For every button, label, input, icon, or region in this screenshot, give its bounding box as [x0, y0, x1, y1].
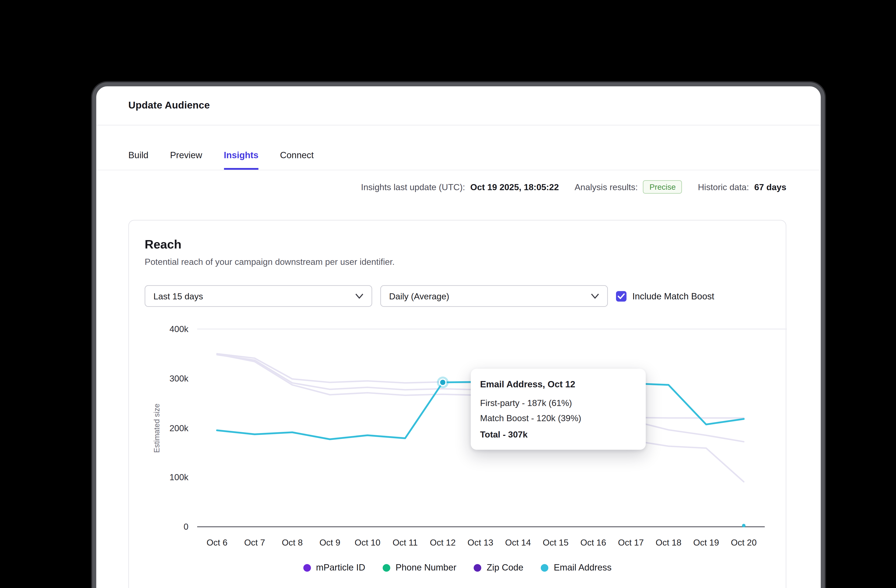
- window-header: Update Audience: [96, 86, 821, 125]
- last-update-label: Insights last update (UTC):: [361, 182, 465, 192]
- historic-data-label: Historic data:: [698, 182, 749, 192]
- y-tick-label: 0: [129, 520, 189, 533]
- tooltip-match-boost: Match Boost - 120k (39%): [480, 413, 635, 423]
- x-tick-label: Oct 20: [721, 537, 767, 548]
- last-update-value: Oct 19 2025, 18:05:22: [471, 182, 559, 192]
- legend-dot: [303, 564, 311, 571]
- include-match-boost-checkbox[interactable]: Include Match Boost: [616, 285, 714, 307]
- tooltip-total: Total - 307k: [480, 430, 635, 439]
- analysis-results-label: Analysis results:: [575, 182, 638, 192]
- tab-preview[interactable]: Preview: [170, 150, 202, 170]
- chevron-down-icon: [591, 294, 599, 299]
- y-tick-label: 200k: [129, 421, 189, 434]
- tab-build[interactable]: Build: [128, 150, 148, 170]
- page-title: Update Audience: [128, 100, 210, 111]
- y-tick-label: 100k: [129, 471, 189, 484]
- app-window: Update Audience Build Preview Insights C…: [92, 82, 825, 588]
- legend-label: Zip Code: [487, 562, 523, 573]
- legend-dot: [541, 564, 549, 571]
- insights-meta-row: Insights last update (UTC): Oct 19 2025,…: [96, 170, 821, 193]
- last-update-group: Insights last update (UTC): Oct 19 2025,…: [361, 182, 559, 192]
- legend-item-zip-code[interactable]: Zip Code: [474, 562, 523, 573]
- y-tick-label: 400k: [129, 323, 189, 335]
- tab-connect[interactable]: Connect: [280, 150, 314, 170]
- chart-tooltip: Email Address, Oct 12 First-party - 187k…: [471, 369, 646, 450]
- legend-item-phone-number[interactable]: Phone Number: [382, 562, 456, 573]
- screen: Update Audience Build Preview Insights C…: [0, 0, 896, 588]
- legend-label: mParticle ID: [316, 562, 365, 573]
- legend-dot: [382, 564, 390, 571]
- date-range-select[interactable]: Last 15 days: [145, 285, 372, 307]
- historic-data-value: 67 days: [754, 182, 786, 192]
- y-tick-label: 300k: [129, 372, 189, 385]
- extra-point: [742, 524, 745, 527]
- tooltip-title: Email Address, Oct 12: [480, 379, 635, 390]
- reach-subtitle: Potential reach of your campaign downstr…: [145, 257, 395, 267]
- legend-item-email-address[interactable]: Email Address: [541, 562, 611, 573]
- reach-title: Reach: [145, 238, 181, 251]
- highlight-point: [440, 379, 446, 386]
- tab-insights[interactable]: Insights: [224, 150, 259, 170]
- legend-item-mparticle-id[interactable]: mParticle ID: [303, 562, 365, 573]
- analysis-results-group: Analysis results: Precise: [575, 180, 682, 194]
- chart-legend: mParticle IDPhone NumberZip CodeEmail Ad…: [129, 562, 786, 573]
- historic-data-group: Historic data: 67 days: [698, 182, 786, 192]
- legend-label: Email Address: [554, 562, 611, 573]
- chevron-down-icon: [355, 294, 364, 299]
- date-range-value: Last 15 days: [154, 291, 203, 301]
- tooltip-first-party: First-party - 187k (61%): [480, 398, 635, 408]
- legend-dot: [474, 564, 482, 571]
- reach-card: Reach Potential reach of your campaign d…: [128, 220, 786, 588]
- tab-bar: Build Preview Insights Connect: [96, 125, 821, 171]
- granularity-value: Daily (Average): [389, 291, 450, 301]
- granularity-select[interactable]: Daily (Average): [380, 285, 608, 307]
- include-match-boost-label: Include Match Boost: [632, 291, 714, 301]
- precise-badge: Precise: [643, 180, 682, 194]
- checkbox-checked-icon: [616, 291, 626, 301]
- legend-label: Phone Number: [396, 562, 456, 573]
